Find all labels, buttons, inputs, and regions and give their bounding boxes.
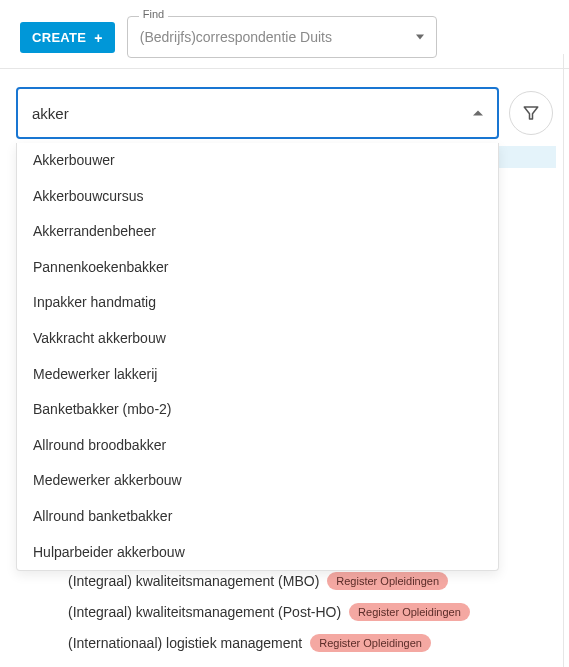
search-combo[interactable] [16,87,499,139]
find-field-label: Find [139,8,168,20]
suggestion-item[interactable]: Inpakker handmatig [17,285,498,321]
suggestion-item[interactable]: Akkerbouwer [17,143,498,179]
suggestion-item[interactable]: Akkerrandenbeheer [17,214,498,250]
svg-marker-0 [524,107,538,119]
list-item[interactable]: (Integraal) kwaliteitsmanagement (MBO)Re… [68,572,557,590]
suggestion-item[interactable]: Vakkracht akkerbouw [17,321,498,357]
create-button[interactable]: CREATE + [20,22,115,53]
suggestion-item[interactable]: Hulparbeider akkerbouw [17,535,498,571]
list-item[interactable]: (Integraal) kwaliteitsmanagement (Post-H… [68,603,557,621]
find-select[interactable]: (Bedrijfs)correspondentie Duits [127,16,437,58]
right-gutter [563,54,569,667]
chevron-down-icon [416,35,424,40]
filter-icon [522,104,540,122]
suggestion-item[interactable]: Allround banketbakker [17,499,498,535]
create-label: CREATE [32,30,86,45]
register-badge: Register Opleidingen [310,634,431,652]
register-badge: Register Opleidingen [349,603,470,621]
suggestion-item[interactable]: Akkerbouwcursus [17,179,498,215]
suggestion-dropdown: AkkerbouwerAkkerbouwcursusAkkerrandenbeh… [16,143,499,571]
suggestion-item[interactable]: Pannenkoekenbakker [17,250,498,286]
suggestion-item[interactable]: Medewerker lakkerij [17,357,498,393]
suggestion-item[interactable]: Allround broodbakker [17,428,498,464]
register-badge: Register Opleidingen [327,572,448,590]
list-item-title: (Integraal) kwaliteitsmanagement (Post-H… [68,604,341,620]
suggestion-item[interactable]: Banketbakker (mbo-2) [17,392,498,428]
list-item[interactable]: (Internationaal) logistiek managementReg… [68,634,557,652]
suggestion-item[interactable]: Medewerker akkerbouw [17,463,498,499]
search-input[interactable] [32,105,483,122]
list-item-title: (Internationaal) logistiek management [68,635,302,651]
find-select-value: (Bedrijfs)correspondentie Duits [140,29,332,45]
chevron-up-icon [473,111,483,116]
plus-icon: + [94,31,102,45]
list-item-title: (Integraal) kwaliteitsmanagement (MBO) [68,573,319,589]
filter-button[interactable] [509,91,553,135]
